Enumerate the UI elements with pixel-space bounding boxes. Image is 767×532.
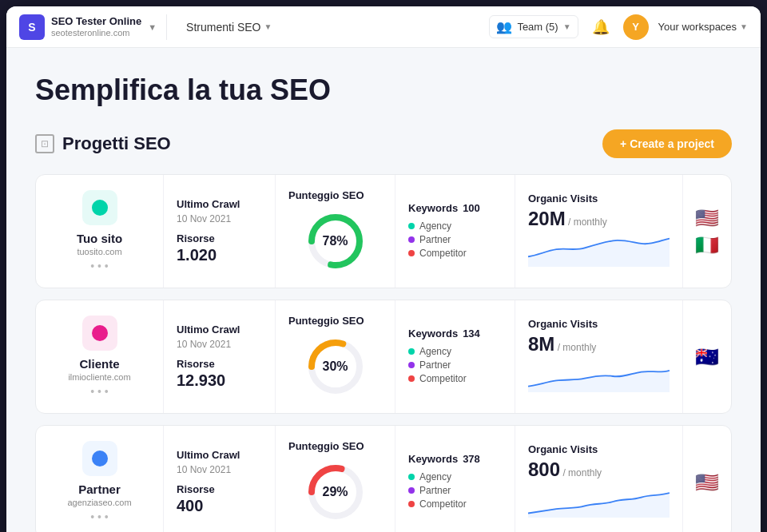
- brand-domain: seotesteronline.com: [51, 28, 141, 38]
- risorse-value: 12.930: [177, 371, 262, 390]
- team-chevron-icon: ▼: [563, 22, 571, 31]
- site-domain: agenziaseo.com: [67, 498, 131, 507]
- svg-point-0: [92, 200, 108, 216]
- notifications-button[interactable]: 🔔: [588, 14, 614, 40]
- card-left: Tuo sito tuosito.com • • •: [36, 175, 164, 288]
- keyword-item: Competitor: [408, 373, 502, 384]
- risorse-value: 1.020: [177, 246, 262, 264]
- card-flags: 🇦🇺: [683, 300, 731, 413]
- risorse-label: Risorse: [177, 358, 262, 370]
- organic-value: 20M / monthly: [528, 208, 670, 230]
- nav-chevron-icon: ▼: [264, 22, 272, 31]
- card-crawl: Ultimo Crawl 10 Nov 2021 Risorse 1.020: [164, 175, 276, 288]
- keyword-item: Competitor: [408, 498, 502, 510]
- mini-chart: [528, 235, 670, 270]
- card-flags: 🇺🇸🇮🇹: [683, 175, 731, 288]
- keywords-count: 134: [463, 328, 480, 339]
- keywords-label: Keywords: [408, 202, 458, 214]
- svg-point-6: [92, 451, 108, 466]
- organic-value: 800 / monthly: [528, 459, 670, 481]
- crawl-date: 10 Nov 2021: [177, 213, 262, 224]
- organic-unit: / monthly: [560, 467, 602, 478]
- card-flags: 🇺🇸: [683, 426, 731, 532]
- keyword-dot: [408, 223, 415, 229]
- crawl-date: 10 Nov 2021: [177, 339, 262, 350]
- card-seo: Punteggio SEO 29%: [276, 426, 395, 532]
- risorse-value: 400: [177, 497, 262, 515]
- card-left: Cliente ilmiocliente.com • • •: [36, 300, 164, 413]
- keyword-item: Partner: [408, 485, 502, 496]
- seo-label: Punteggio SEO: [288, 440, 364, 452]
- keyword-item: Agency: [408, 220, 502, 232]
- nav-strumenti-seo[interactable]: Strumenti SEO ▼: [180, 18, 278, 37]
- keyword-dot: [408, 501, 415, 507]
- keyword-dot: [408, 375, 415, 382]
- brand-text: SEO Tester Online seotesteronline.com: [51, 15, 141, 38]
- site-logo: [82, 441, 117, 476]
- site-name: Tuo sito: [77, 232, 122, 245]
- card-left: Partner agenziaseo.com • • •: [36, 426, 164, 532]
- section-header: ⊡ Progetti SEO + Create a project: [35, 129, 732, 158]
- app-frame: S SEO Tester Online seotesteronline.com …: [6, 6, 761, 532]
- crawl-date: 10 Nov 2021: [177, 464, 262, 475]
- seo-label: Punteggio SEO: [288, 315, 364, 327]
- donut-chart: 29%: [304, 460, 368, 524]
- crawl-label: Ultimo Crawl: [177, 324, 262, 335]
- seo-score-value: 30%: [322, 359, 348, 374]
- organic-label: Organic Visits: [528, 443, 670, 455]
- create-project-button[interactable]: + Create a project: [602, 129, 732, 158]
- workspace-button[interactable]: Your workspaces ▼: [658, 21, 748, 33]
- folder-icon: ⊡: [35, 134, 54, 153]
- flag-icon: 🇦🇺: [695, 346, 719, 368]
- donut-chart: 30%: [304, 335, 368, 399]
- brand[interactable]: S SEO Tester Online seotesteronline.com …: [19, 14, 167, 40]
- mini-chart: [528, 486, 670, 521]
- flag-icon: 🇺🇸: [695, 207, 719, 229]
- site-logo: [82, 316, 117, 351]
- page-title: Semplifica la tua SEO: [35, 73, 732, 107]
- card-keywords: Keywords 100 Agency Partner Competitor: [395, 175, 515, 288]
- risorse-label: Risorse: [177, 232, 262, 244]
- keywords-header: Keywords 100: [408, 202, 502, 214]
- projects-list: Tuo sito tuosito.com • • • Ultimo Crawl …: [35, 174, 732, 532]
- keyword-dot: [408, 250, 415, 256]
- site-logo: [82, 190, 117, 225]
- keyword-item: Partner: [408, 359, 502, 371]
- seo-score-value: 29%: [322, 485, 348, 499]
- avatar[interactable]: Y: [623, 14, 649, 40]
- card-organic: Organic Visits 800 / monthly: [515, 426, 683, 532]
- keyword-item: Competitor: [408, 248, 502, 259]
- keywords-count: 378: [463, 453, 480, 465]
- brand-icon: S: [19, 14, 45, 40]
- donut-chart: 78%: [304, 209, 368, 273]
- topbar-right: 👥 Team (5) ▼ 🔔 Y Your workspaces ▼: [489, 14, 748, 40]
- keywords-label: Keywords: [408, 328, 458, 339]
- keyword-dot: [408, 474, 415, 480]
- site-menu-button[interactable]: • • •: [90, 260, 108, 272]
- bell-icon: 🔔: [592, 18, 610, 36]
- team-icon: 👥: [496, 19, 512, 34]
- card-seo: Punteggio SEO 78%: [276, 175, 395, 288]
- project-card: Cliente ilmiocliente.com • • • Ultimo Cr…: [35, 300, 732, 414]
- site-domain: tuosito.com: [77, 247, 121, 256]
- main-content: Semplifica la tua SEO ⊡ Progetti SEO + C…: [6, 48, 761, 532]
- keywords-header: Keywords 378: [408, 453, 502, 465]
- site-name: Partner: [78, 482, 121, 496]
- site-name: Cliente: [79, 357, 119, 371]
- site-menu-button[interactable]: • • •: [90, 510, 108, 523]
- site-menu-button[interactable]: • • •: [90, 385, 108, 398]
- risorse-label: Risorse: [177, 483, 262, 495]
- keyword-dot: [408, 487, 415, 494]
- brand-chevron-icon: ▼: [148, 22, 157, 32]
- keywords-count: 100: [463, 202, 480, 214]
- team-button[interactable]: 👥 Team (5) ▼: [489, 15, 578, 38]
- keywords-header: Keywords 134: [408, 328, 502, 339]
- section-title-wrap: ⊡ Progetti SEO: [35, 133, 171, 154]
- card-crawl: Ultimo Crawl 10 Nov 2021 Risorse 400: [164, 426, 276, 532]
- flag-icon: 🇮🇹: [695, 234, 719, 256]
- card-crawl: Ultimo Crawl 10 Nov 2021 Risorse 12.930: [164, 300, 276, 413]
- keyword-dot: [408, 348, 415, 355]
- organic-value: 8M / monthly: [528, 333, 670, 355]
- project-card: Partner agenziaseo.com • • • Ultimo Craw…: [35, 425, 732, 532]
- keyword-item: Partner: [408, 234, 502, 245]
